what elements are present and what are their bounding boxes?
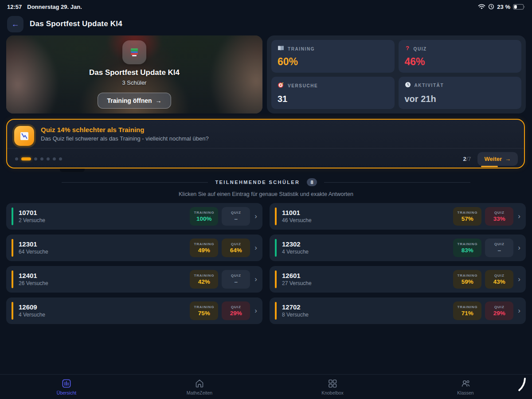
student-attempts: 2 Versuche: [19, 217, 45, 224]
student-row-10701[interactable]: 107012 VersucheTRAINING100%QUIZ–›: [6, 203, 262, 230]
next-button[interactable]: Weiter →: [477, 152, 518, 166]
status-accent-bar: [12, 270, 13, 288]
training-value: 100%: [196, 215, 212, 222]
tab-label: Übersicht: [57, 390, 76, 395]
status-bar: 12:57 Donnerstag 29. Jan. 23 %: [0, 0, 532, 13]
chart-down-icon: [14, 126, 34, 146]
student-row-12609[interactable]: 126094 VersucheTRAINING75%QUIZ29%›: [6, 297, 262, 324]
header: ← Das Sportfest Update Kl4: [7, 15, 525, 33]
grid-icon: [328, 379, 337, 388]
student-row-12401[interactable]: 1240126 VersucheTRAINING42%QUIZ–›: [6, 266, 262, 293]
target-icon: [278, 82, 284, 90]
training-value: 83%: [462, 247, 473, 254]
back-button[interactable]: ←: [7, 16, 23, 32]
tab-übersicht[interactable]: Übersicht: [0, 375, 133, 399]
status-accent-bar: [12, 239, 13, 257]
stat-card-quiz: ?QUIZ46%: [399, 40, 522, 73]
student-attempts: 8 Versuche: [282, 312, 309, 319]
hero-card[interactable]: Das Sportfest Update Kl4 3 Schüler Train…: [6, 35, 262, 113]
student-row-12601[interactable]: 1260127 VersucheTRAINING59%QUIZ43%›: [270, 266, 526, 293]
stat-value: 31: [278, 94, 388, 104]
pagination-dot-4[interactable]: [40, 157, 43, 160]
quiz-value: –: [235, 278, 238, 285]
student-attempts: 64 Versuche: [19, 249, 48, 256]
clock-time: 12:57: [7, 4, 22, 10]
student-id: 12301: [19, 240, 48, 249]
quiz-chip: QUIZ64%: [222, 239, 250, 257]
people-icon: [460, 379, 471, 388]
tab-mathezeiten[interactable]: MatheZeiten: [133, 375, 266, 399]
section-subtitle: Klicken Sie auf einen Eintrag für genaue…: [6, 191, 526, 197]
pagination-dot-7[interactable]: [59, 157, 62, 160]
clock-icon: [405, 82, 411, 90]
banner-pagination-dots[interactable]: [15, 157, 62, 160]
status-accent-bar: [12, 302, 13, 320]
student-count-badge: 8: [307, 178, 317, 186]
training-chip: TRAINING100%: [190, 207, 218, 226]
student-id: 12302: [282, 240, 309, 249]
stat-value: 60%: [278, 56, 388, 68]
question-icon: ?: [405, 45, 410, 53]
status-accent-bar: [275, 302, 277, 320]
quiz-chip: QUIZ43%: [485, 270, 513, 289]
chevron-right-icon: ›: [518, 212, 520, 221]
student-id: 12702: [282, 303, 309, 312]
tab-label: Klassen: [457, 390, 473, 395]
training-value: 42%: [198, 278, 210, 285]
quiz-chip: QUIZ–: [485, 239, 513, 257]
battery-percentage: 23 %: [497, 4, 510, 10]
student-row-12702[interactable]: 127028 VersucheTRAINING71%QUIZ29%›: [270, 297, 526, 324]
quiz-chip: QUIZ–: [222, 207, 250, 226]
pagination-dot-1[interactable]: [15, 157, 18, 160]
hero-student-count: 3 Schüler: [122, 79, 147, 86]
pagination-dot-3[interactable]: [34, 157, 37, 160]
student-id: 11001: [282, 209, 312, 217]
chevron-right-icon: ›: [518, 243, 520, 252]
stat-card-training: TRAINING60%: [271, 40, 395, 73]
status-accent-bar: [275, 270, 277, 288]
quiz-value: 29%: [493, 310, 505, 317]
insight-banner: Quiz 14% schlechter als Training Das Qui…: [6, 119, 525, 168]
stats-card: TRAINING60%?QUIZ46%VERSUCHE31AKTIVITÄTvo…: [267, 35, 526, 113]
chevron-right-icon: ›: [254, 306, 257, 315]
quiz-value: –: [235, 215, 238, 222]
open-training-button[interactable]: Training öffnen →: [98, 93, 171, 109]
students-section-header: TEILNEHMENDE SCHÜLER 8 Klicken Sie auf e…: [6, 178, 526, 197]
stat-card-versuche: VERSUCHE31: [271, 77, 395, 110]
status-date: Donnerstag 29. Jan.: [27, 4, 82, 10]
tab-knobelbox[interactable]: Knobelbox: [266, 375, 399, 399]
home-icon: [195, 379, 204, 388]
student-row-11001[interactable]: 1100146 VersucheTRAINING57%QUIZ33%›: [270, 203, 526, 230]
student-row-12302[interactable]: 123024 VersucheTRAINING83%QUIZ–›: [270, 235, 526, 261]
back-arrow-icon: ←: [12, 20, 20, 29]
training-chip: TRAINING83%: [453, 239, 481, 257]
training-chip: TRAINING49%: [190, 239, 218, 257]
stat-card-aktivität: AKTIVITÄTvor 21h: [399, 77, 522, 110]
stat-label: QUIZ: [414, 47, 427, 51]
pagination-dot-5[interactable]: [47, 157, 50, 160]
training-chip: TRAINING57%: [453, 207, 481, 226]
students-grid: 107012 VersucheTRAINING100%QUIZ–›1100146…: [6, 203, 526, 324]
stat-value: vor 21h: [405, 94, 516, 104]
student-attempts: 46 Versuche: [282, 217, 312, 224]
loading-spinner: [506, 376, 527, 398]
training-chip: TRAINING71%: [453, 301, 481, 320]
arrow-right-icon: →: [505, 156, 511, 162]
quiz-value: –: [498, 247, 501, 254]
quiz-chip: QUIZ–: [222, 270, 250, 289]
pagination-dot-2[interactable]: [21, 157, 31, 160]
stat-label: TRAINING: [288, 47, 315, 51]
status-accent-bar: [275, 207, 277, 225]
battery-icon: [513, 4, 525, 10]
banner-counter: 2/7: [463, 156, 471, 162]
student-row-12301[interactable]: 1230164 VersucheTRAINING49%QUIZ64%›: [6, 235, 262, 261]
pagination-dot-6[interactable]: [53, 157, 56, 160]
chevron-right-icon: ›: [254, 243, 257, 252]
quiz-chip: QUIZ29%: [222, 301, 250, 320]
books-icon: [122, 40, 146, 64]
chevron-right-icon: ›: [254, 275, 257, 284]
student-attempts: 4 Versuche: [19, 312, 45, 319]
quiz-value: 64%: [230, 247, 242, 254]
stat-label: AKTIVITÄT: [415, 83, 444, 88]
bar-chart-icon: [62, 379, 71, 388]
